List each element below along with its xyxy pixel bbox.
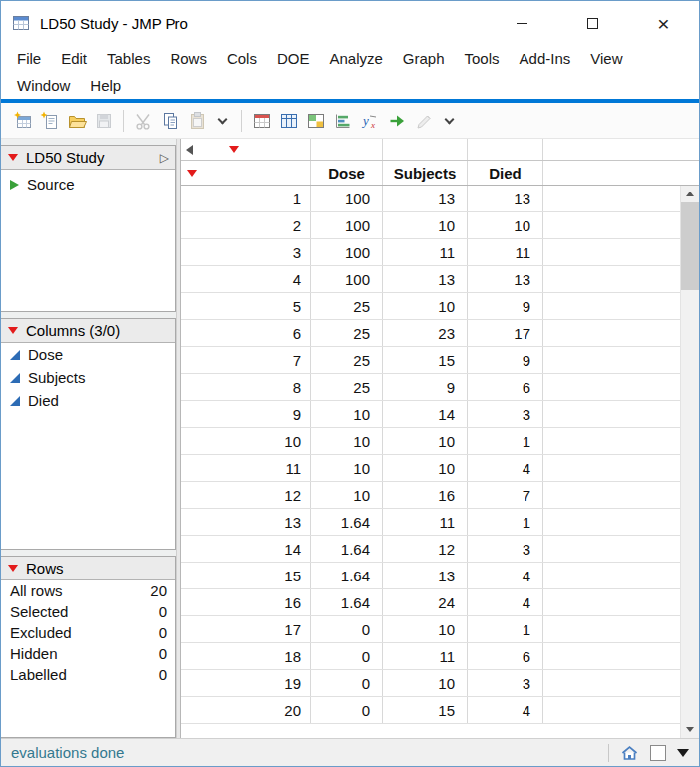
- died-cell[interactable]: 1: [468, 616, 543, 642]
- expand-arrow-icon[interactable]: ▷: [160, 152, 169, 164]
- scrollbar-thumb[interactable]: [681, 202, 699, 290]
- died-cell[interactable]: 13: [468, 186, 543, 211]
- rows-stat[interactable]: Excluded 0: [1, 622, 175, 643]
- subjects-cell[interactable]: 16: [383, 482, 468, 508]
- columns-panel-header[interactable]: Columns (3/0): [1, 319, 175, 343]
- graph-builder-icon[interactable]: [329, 107, 356, 134]
- run-script-icon[interactable]: [383, 107, 410, 134]
- subjects-cell[interactable]: 11: [383, 239, 468, 265]
- subjects-cell[interactable]: 12: [383, 536, 468, 562]
- row-number-cell[interactable]: 3: [181, 239, 311, 265]
- minimize-button[interactable]: [487, 1, 557, 45]
- subjects-cell[interactable]: 13: [383, 186, 468, 211]
- menu-item[interactable]: View: [580, 45, 632, 72]
- menu-item[interactable]: Window: [7, 72, 80, 99]
- menu-item[interactable]: DOE: [267, 45, 320, 72]
- status-dropdown-icon[interactable]: [677, 749, 689, 757]
- died-cell[interactable]: 10: [468, 212, 543, 238]
- died-cell[interactable]: 4: [468, 589, 543, 615]
- menu-item[interactable]: Cols: [217, 45, 267, 72]
- subjects-cell[interactable]: 13: [383, 266, 468, 292]
- row-number-cell[interactable]: 13: [181, 509, 311, 535]
- dose-cell[interactable]: 10: [311, 455, 383, 481]
- subjects-cell[interactable]: 10: [383, 670, 468, 696]
- rows-menu-icon[interactable]: [187, 170, 197, 177]
- subjects-cell[interactable]: 10: [383, 616, 468, 642]
- table-panel-header[interactable]: LD50 Study ▷: [1, 146, 175, 170]
- subjects-cell[interactable]: 11: [383, 643, 468, 669]
- died-cell[interactable]: 3: [468, 670, 543, 696]
- row-number-cell[interactable]: 12: [181, 482, 311, 508]
- subjects-cell[interactable]: 11: [383, 509, 468, 535]
- died-cell[interactable]: 7: [468, 482, 543, 508]
- collapse-panel-icon[interactable]: [186, 145, 193, 155]
- subjects-cell[interactable]: 9: [383, 374, 468, 400]
- dose-cell[interactable]: 10: [311, 482, 383, 508]
- died-cell[interactable]: 13: [468, 266, 543, 292]
- row-number-cell[interactable]: 18: [181, 643, 311, 669]
- close-button[interactable]: ×: [628, 1, 699, 45]
- toolbar-overflow-icon[interactable]: [218, 114, 228, 124]
- rows-panel-menu-icon[interactable]: [8, 565, 18, 572]
- subjects-cell[interactable]: 15: [383, 347, 468, 373]
- paste-icon[interactable]: [183, 107, 210, 134]
- script-editor-icon[interactable]: [410, 107, 437, 134]
- rows-stat[interactable]: All rows 20: [1, 580, 175, 601]
- dose-cell[interactable]: 100: [311, 186, 383, 211]
- columns-panel-menu-icon[interactable]: [8, 327, 18, 334]
- dose-cell[interactable]: 0: [311, 697, 383, 723]
- dose-cell[interactable]: 1.64: [311, 563, 383, 588]
- menu-item[interactable]: Analyze: [319, 45, 392, 72]
- subjects-cell[interactable]: 10: [383, 212, 468, 238]
- table-menu-icon[interactable]: [8, 154, 18, 161]
- dose-cell[interactable]: 1.64: [311, 589, 383, 615]
- summary-table-icon[interactable]: [275, 107, 302, 134]
- columns-menu-icon[interactable]: [229, 146, 239, 153]
- died-cell[interactable]: 1: [468, 428, 543, 454]
- subjects-cell[interactable]: 23: [383, 320, 468, 346]
- row-number-cell[interactable]: 7: [181, 347, 311, 373]
- subjects-cell[interactable]: 10: [383, 293, 468, 319]
- died-cell[interactable]: 4: [468, 563, 543, 588]
- cut-icon[interactable]: [130, 107, 157, 134]
- died-cell[interactable]: 9: [468, 347, 543, 373]
- toolbar-overflow-icon[interactable]: [445, 114, 455, 124]
- menu-item[interactable]: Graph: [393, 45, 455, 72]
- row-number-cell[interactable]: 17: [181, 616, 311, 642]
- subjects-cell[interactable]: 24: [383, 589, 468, 615]
- dose-cell[interactable]: 100: [311, 266, 383, 292]
- dose-cell[interactable]: 10: [311, 401, 383, 427]
- home-icon[interactable]: [620, 744, 639, 762]
- died-cell[interactable]: 3: [468, 536, 543, 562]
- subjects-cell[interactable]: 15: [383, 697, 468, 723]
- died-cell[interactable]: 1: [468, 509, 543, 535]
- save-icon[interactable]: [90, 107, 117, 134]
- column-header-subjects[interactable]: Subjects: [383, 161, 468, 185]
- row-number-cell[interactable]: 19: [181, 670, 311, 696]
- dose-cell[interactable]: 1.64: [311, 509, 383, 535]
- dose-cell[interactable]: 100: [311, 212, 383, 238]
- dose-cell[interactable]: 0: [311, 616, 383, 642]
- row-number-cell[interactable]: 6: [181, 320, 311, 346]
- rows-stat[interactable]: Selected 0: [1, 601, 175, 622]
- row-number-cell[interactable]: 8: [181, 374, 311, 400]
- died-cell[interactable]: 3: [468, 401, 543, 427]
- died-cell[interactable]: 11: [468, 239, 543, 265]
- dose-cell[interactable]: 0: [311, 643, 383, 669]
- menu-item[interactable]: Tables: [97, 45, 160, 72]
- copy-icon[interactable]: [157, 107, 183, 134]
- source-item[interactable]: Source: [1, 170, 175, 192]
- vertical-scrollbar[interactable]: [680, 186, 699, 738]
- died-cell[interactable]: 4: [468, 697, 543, 723]
- row-number-cell[interactable]: 2: [181, 212, 311, 238]
- column-item[interactable]: Subjects: [1, 366, 175, 389]
- rows-panel-header[interactable]: Rows: [1, 557, 175, 580]
- data-table-icon[interactable]: [248, 107, 275, 134]
- column-item[interactable]: Dose: [1, 343, 175, 366]
- row-number-cell[interactable]: 15: [181, 563, 311, 588]
- dose-cell[interactable]: 25: [311, 347, 383, 373]
- row-number-cell[interactable]: 20: [181, 697, 311, 723]
- dose-cell[interactable]: 1.64: [311, 536, 383, 562]
- rows-stat[interactable]: Hidden 0: [1, 643, 175, 664]
- column-header-dose[interactable]: Dose: [311, 161, 383, 185]
